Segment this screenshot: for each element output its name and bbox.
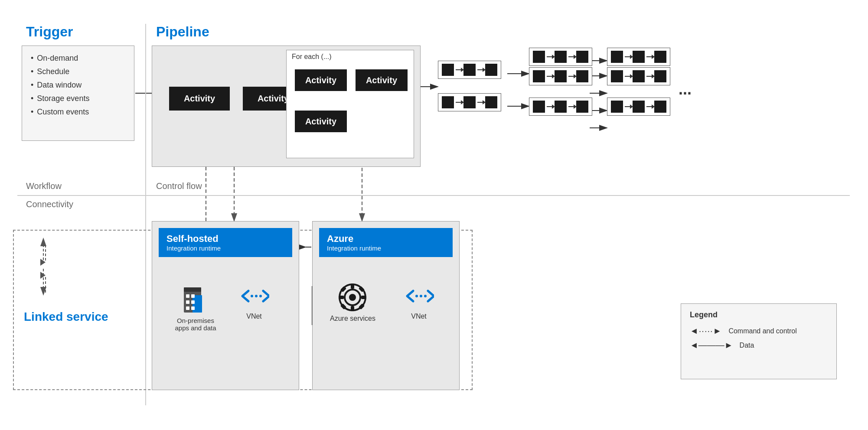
- foreach-activity-1: Activity: [295, 69, 347, 91]
- legend-data-arrow: ◄———►: [690, 340, 733, 350]
- mini-act: [463, 64, 476, 76]
- mini-act: [442, 64, 454, 76]
- onprem-label: On-premises apps and data: [170, 317, 222, 332]
- svg-point-54: [349, 294, 356, 301]
- mini-act: [654, 70, 666, 82]
- mini-arrow: [646, 106, 653, 107]
- svg-rect-47: [351, 306, 354, 311]
- foreach-activity-3: Activity: [295, 111, 347, 132]
- legend-item-data: ◄———► Data: [690, 340, 828, 350]
- activity-1: Activity: [169, 87, 230, 111]
- vnet-right-icon: [404, 282, 434, 310]
- foreach-label: For each (...): [292, 53, 332, 61]
- azure-svc-label: Azure services: [330, 315, 375, 322]
- mini-arrow: [568, 76, 574, 77]
- mini-act: [633, 70, 645, 82]
- foreach-box: [286, 50, 414, 158]
- svg-rect-48: [339, 296, 344, 299]
- mini-act: [576, 70, 588, 82]
- ellipsis: ...: [679, 80, 692, 98]
- mini-act: [463, 96, 476, 108]
- vnet-left-label: VNet: [246, 313, 262, 320]
- svg-rect-49: [361, 296, 366, 299]
- mini-act: [633, 101, 645, 113]
- far-right-group-1: [607, 48, 670, 66]
- trigger-box: On-demand Schedule Data window Storage e…: [22, 46, 134, 141]
- mini-act: [576, 51, 588, 63]
- svg-rect-36: [186, 300, 189, 304]
- vnet-left-icon: [239, 282, 269, 310]
- mini-act: [654, 51, 666, 63]
- mini-act: [485, 64, 497, 76]
- legend-title: Legend: [690, 310, 828, 319]
- onprem-area: On-premises apps and data: [170, 282, 222, 332]
- workflow-label: Workflow: [26, 181, 62, 191]
- svg-rect-37: [191, 300, 195, 304]
- mini-act: [533, 101, 545, 113]
- trigger-list: On-demand Schedule Data window Storage e…: [31, 54, 125, 117]
- svg-point-41: [251, 295, 253, 297]
- linked-service-label: Linked service: [24, 310, 108, 324]
- mini-arrow: [477, 102, 483, 103]
- mini-act: [555, 101, 567, 113]
- pipeline-label: Pipeline: [156, 24, 209, 40]
- azure-ir-box: Azure Integration runtime Azure: [312, 221, 460, 390]
- trigger-item-1: On-demand: [31, 54, 125, 63]
- far-right-group-3: [607, 98, 670, 116]
- trigger-label: Trigger: [26, 24, 73, 40]
- svg-rect-40: [184, 287, 201, 292]
- mini-act: [442, 96, 454, 108]
- mini-arrow: [456, 69, 462, 70]
- far-right-group-2: [607, 67, 670, 85]
- mini-arrow: [625, 56, 631, 57]
- mini-act: [633, 51, 645, 63]
- mini-act: [576, 101, 588, 113]
- vnet-right-label: VNet: [411, 313, 427, 320]
- selfhosted-ir-subtitle: Integration runtime: [166, 244, 284, 252]
- mini-arrow: [625, 76, 631, 77]
- far-pipeline-group-3: [529, 98, 592, 116]
- mini-arrow: [477, 69, 483, 70]
- horizontal-divider: [17, 195, 850, 196]
- svg-rect-35: [191, 294, 195, 298]
- trigger-item-4: Storage events: [31, 94, 125, 103]
- mini-arrow: [547, 76, 553, 77]
- trigger-item-2: Schedule: [31, 67, 125, 76]
- azure-ir-header: Azure Integration runtime: [319, 228, 453, 257]
- mini-arrow: [646, 56, 653, 57]
- mini-act: [611, 101, 623, 113]
- svg-rect-46: [351, 283, 354, 289]
- foreach-activity-2: Activity: [356, 69, 408, 91]
- svg-point-56: [420, 295, 422, 297]
- azure-services-icon: [337, 282, 368, 313]
- legend-cc-arrow: ◄·····►: [690, 326, 722, 336]
- legend-box: Legend ◄·····► Command and control ◄———►…: [681, 303, 837, 379]
- far-pipeline-group-1: [529, 48, 592, 66]
- far-pipeline-group-2: [529, 67, 592, 85]
- svg-rect-39: [191, 306, 195, 310]
- selfhosted-ir-title: Self-hosted: [166, 233, 284, 244]
- mini-act: [611, 70, 623, 82]
- mini-arrow: [646, 76, 653, 77]
- legend-item-cc: ◄·····► Command and control: [690, 326, 828, 336]
- mini-arrow: [625, 106, 631, 107]
- mini-act: [555, 51, 567, 63]
- azure-ir-title: Azure: [327, 233, 445, 244]
- svg-point-55: [415, 295, 418, 297]
- azure-svc-area: Azure services: [330, 282, 375, 322]
- svg-rect-34: [186, 294, 189, 298]
- svg-point-57: [424, 295, 427, 297]
- mini-arrow: [547, 56, 553, 57]
- mini-arrow: [568, 56, 574, 57]
- mini-act: [533, 51, 545, 63]
- trigger-item-5: Custom events: [31, 108, 125, 117]
- legend-cc-label: Command and control: [728, 327, 796, 335]
- legend-data-label: Data: [740, 342, 754, 349]
- mini-arrow: [456, 102, 462, 103]
- trigger-item-3: Data window: [31, 81, 125, 90]
- mini-act: [555, 70, 567, 82]
- azure-ir-subtitle: Integration runtime: [327, 244, 445, 252]
- mini-act: [611, 51, 623, 63]
- mini-act: [654, 101, 666, 113]
- selfhosted-ir-box: Self-hosted Integration runtime On: [152, 221, 299, 390]
